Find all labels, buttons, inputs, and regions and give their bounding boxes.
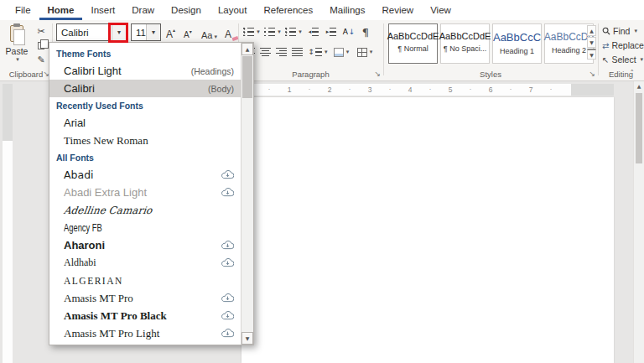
font-list-item[interactable]: Agency FB <box>49 219 241 236</box>
multilevel-list-button[interactable]: ▾ <box>283 23 304 40</box>
ribbon-tab[interactable]: Home <box>39 0 83 20</box>
shading-button[interactable]: ▾ <box>330 44 352 60</box>
style-name: Heading 2 <box>552 46 586 54</box>
document-page[interactable] <box>242 97 614 363</box>
align-center-button[interactable] <box>257 44 273 60</box>
font-list-section-header: Recently Used Fonts <box>49 97 241 114</box>
clear-formatting-button[interactable]: A <box>225 25 238 40</box>
font-list-item[interactable]: Calibri Light (Headings) <box>49 62 241 80</box>
justify-button[interactable] <box>289 44 304 60</box>
decrease-indent-button[interactable]: ◂ <box>305 23 322 40</box>
word-window: FileHomeInsertDrawDesignLayoutReferences… <box>0 0 644 363</box>
style-card[interactable]: AaBbCcDdE ¶ No Spaci... <box>440 23 490 64</box>
style-name: Heading 1 <box>500 47 534 55</box>
ruler-number: 4 <box>408 84 413 96</box>
paste-button[interactable]: Paste ▾ <box>3 23 30 76</box>
lines-icon <box>312 28 319 36</box>
font-list-item[interactable]: ALGERIAN <box>49 272 241 289</box>
ruler-number: 7 <box>529 84 533 96</box>
font-list-item[interactable]: Arial <box>49 114 241 132</box>
scrollbar-thumb[interactable] <box>242 56 252 98</box>
ribbon-tab[interactable]: Insert <box>82 0 123 20</box>
font-list-item[interactable]: Amasis MT Pro <box>49 289 241 307</box>
styles-scroll-up-button[interactable]: ▲ <box>587 25 596 36</box>
bullets-button[interactable]: ▾ <box>242 23 262 40</box>
ribbon-tab[interactable]: Layout <box>210 0 256 20</box>
font-list-item[interactable]: Aldhabi <box>49 254 241 272</box>
styles-dialog-launcher-icon[interactable]: ↘ <box>589 70 595 78</box>
show-paragraph-marks-button[interactable]: ¶ <box>359 23 372 40</box>
align-right-button[interactable] <box>273 44 288 60</box>
editing-group-label: Editing <box>598 70 644 79</box>
font-list-item[interactable]: Times New Roman <box>49 132 241 149</box>
font-list-item[interactable]: Abadi Extra Light <box>49 184 241 201</box>
font-list-item[interactable]: Abadi <box>49 166 241 184</box>
ruler-dot: · <box>309 84 311 95</box>
scroll-up-icon[interactable]: ▲ <box>634 83 644 89</box>
ribbon-tab[interactable]: Review <box>373 0 422 20</box>
annotation-highlight-box <box>108 23 128 43</box>
font-name: Calibri Light <box>64 65 122 77</box>
pilcrow-icon: ¶ <box>362 26 369 39</box>
sort-button[interactable] <box>340 23 357 40</box>
search-icon <box>602 27 610 35</box>
replace-button[interactable]: ⇄ Replace <box>602 39 644 51</box>
font-name: Calibri <box>64 82 95 95</box>
paste-label: Paste <box>6 46 29 56</box>
ruler-dot: · <box>470 84 472 95</box>
select-button[interactable]: ↖ Select▾ <box>602 54 643 65</box>
ruler-dot: · <box>550 84 553 95</box>
find-button[interactable]: Find▾ <box>602 25 637 37</box>
increase-indent-button[interactable]: ▸ <box>323 23 340 40</box>
font-name: Arial <box>64 117 86 129</box>
chevron-down-icon: ▾ <box>16 56 19 63</box>
cut-button[interactable]: ✂ <box>34 25 49 38</box>
font-list-item[interactable]: Aharoni <box>49 236 241 254</box>
ruler-dot: · <box>389 84 392 95</box>
font-size-dropdown-arrow[interactable] <box>146 24 160 40</box>
line-spacing-button[interactable]: ↕ ▾ <box>307 44 329 60</box>
copy-button[interactable] <box>34 39 49 52</box>
scissors-icon: ✂ <box>37 26 44 37</box>
cloud-download-icon <box>221 293 234 303</box>
styles-gallery: AaBbCcDdE ¶ Normal AaBbCcDdE ¶ No Spaci.… <box>388 23 594 64</box>
paragraph-dialog-launcher-icon[interactable]: ↘ <box>374 70 381 78</box>
format-painter-button[interactable]: ✎ <box>34 54 49 66</box>
collapse-ribbon-button[interactable]: ˄ <box>631 69 635 77</box>
numbering-button[interactable]: ▾ <box>262 23 283 40</box>
vertical-ruler <box>3 84 13 363</box>
font-list-item[interactable]: Adelline Camario <box>49 201 241 219</box>
vertical-scrollbar[interactable]: ▲ <box>633 81 644 363</box>
scroll-up-icon[interactable]: ▲ <box>242 43 253 55</box>
ribbon-tab[interactable]: File <box>7 0 39 20</box>
ribbon-tab[interactable]: Mailings <box>321 0 373 20</box>
ribbon-tab[interactable]: View <box>422 0 460 20</box>
font-list-item[interactable]: Amasis MT Pro Black <box>49 307 241 324</box>
font-name: ALGERIAN <box>64 276 123 286</box>
ribbon-tab[interactable]: Design <box>163 0 210 20</box>
shrink-font-button[interactable] <box>184 25 192 40</box>
ruler-number: 3 <box>368 84 372 96</box>
cloud-download-icon <box>221 241 234 250</box>
styles-scroll-down-button[interactable]: ▼ <box>587 37 596 48</box>
clear-formatting-icon: A <box>225 29 231 40</box>
copy-icon <box>38 42 44 49</box>
font-size-combobox[interactable]: 11 <box>131 23 161 41</box>
borders-button[interactable]: ▾ <box>354 44 376 60</box>
style-card[interactable]: AaBbCcC Heading 1 <box>492 23 542 64</box>
styles-more-button[interactable]: ▼ <box>587 49 596 60</box>
font-name: Agency FB <box>64 221 102 234</box>
ribbon-tab[interactable]: Draw <box>123 0 163 20</box>
scroll-down-icon[interactable]: ▼ <box>242 332 253 345</box>
font-list-scrollbar[interactable]: ▲ ▼ <box>241 43 253 345</box>
scrollbar-thumb[interactable] <box>636 93 642 163</box>
font-name: Times New Roman <box>64 134 148 148</box>
multilevel-list-icon <box>285 28 296 36</box>
grow-font-button[interactable] <box>166 25 175 40</box>
font-list-item[interactable]: Calibri (Body) <box>49 80 241 97</box>
ribbon-tab[interactable]: References <box>255 0 321 20</box>
style-card[interactable]: AaBbCcDdE ¶ Normal <box>388 23 438 64</box>
styles-scroll-buttons: ▲ ▼ ▼ <box>587 25 596 60</box>
change-case-button[interactable]: Aa▾ <box>201 25 217 40</box>
font-list-item[interactable]: Amasis MT Pro Light <box>49 324 241 342</box>
